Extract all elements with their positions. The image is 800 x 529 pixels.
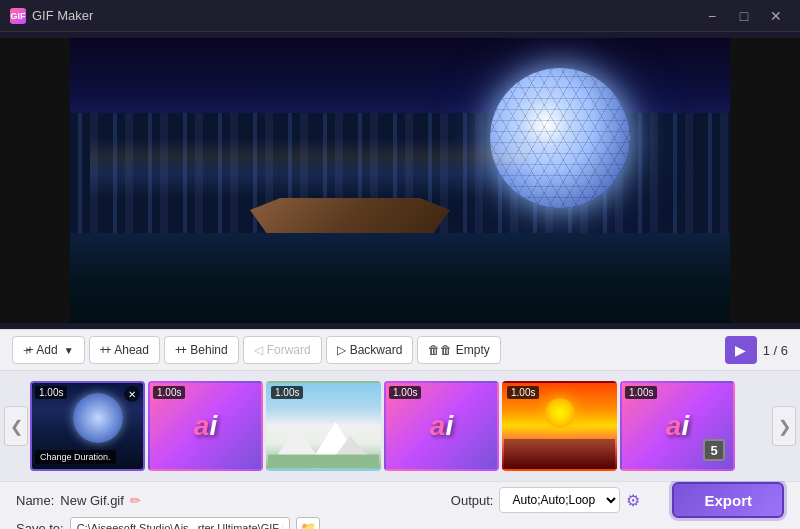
- frame-item[interactable]: 1.00s: [502, 381, 617, 471]
- boat-shape: [250, 198, 450, 238]
- play-icon: ▶: [735, 342, 746, 358]
- change-duration-button[interactable]: Change Duration.: [35, 450, 116, 464]
- frame-item[interactable]: 1.00s ✕ Change Duration.: [30, 381, 145, 471]
- bottom-row-2: Save to: 📁: [16, 516, 784, 529]
- trash-icon: 🗑: [428, 343, 440, 357]
- gear-icon[interactable]: ⚙: [626, 491, 640, 510]
- nav-controls: ▶ 1 / 6: [725, 336, 788, 364]
- timeline: ❮ 1.00s ✕ Change Duration. 1.00s ai 1.00…: [0, 371, 800, 481]
- bottom-row-1: Name: New Gif.gif ✏ Output: Auto;Auto;Lo…: [16, 488, 784, 512]
- name-label: Name:: [16, 493, 54, 508]
- mountain-svg: [268, 417, 379, 469]
- timeline-prev-button[interactable]: ❮: [4, 406, 28, 446]
- app-icon: GIF: [10, 8, 26, 24]
- play-button[interactable]: ▶: [725, 336, 757, 364]
- name-value: New Gif.gif: [60, 493, 124, 508]
- name-field-group: Name: New Gif.gif ✏: [16, 493, 141, 508]
- save-to-label: Save to:: [16, 521, 64, 530]
- ai-logo: ai: [386, 383, 497, 469]
- frame-item[interactable]: 1.00s: [266, 381, 381, 471]
- toolbar: + + Add ▼ + + Ahead + + Behind ◁ Forward…: [0, 329, 800, 371]
- app-title: GIF Maker: [32, 8, 93, 23]
- title-bar: GIF GIF Maker − □ ✕: [0, 0, 800, 32]
- dropdown-arrow-icon: ▼: [64, 345, 74, 356]
- ahead-button[interactable]: + + Ahead: [89, 336, 160, 364]
- preview-image: [70, 38, 730, 323]
- ai-logo: ai: [150, 383, 261, 469]
- maximize-button[interactable]: □: [730, 5, 758, 27]
- frame-count-badge: 5: [703, 439, 725, 461]
- save-path-input[interactable]: [70, 517, 290, 529]
- output-field-group: Output: Auto;Auto;Loop ⚙: [451, 487, 641, 513]
- forward-button[interactable]: ◁ Forward: [243, 336, 322, 364]
- edit-icon[interactable]: ✏: [130, 493, 141, 508]
- frame-close-button[interactable]: ✕: [124, 386, 140, 402]
- empty-button[interactable]: 🗑 🗑 Empty: [417, 336, 500, 364]
- minimize-button[interactable]: −: [698, 5, 726, 27]
- frame-duration: 1.00s: [271, 386, 303, 399]
- output-select[interactable]: Auto;Auto;Loop: [499, 487, 620, 513]
- window-controls: − □ ✕: [698, 5, 790, 27]
- forward-icon: ◁: [254, 343, 263, 357]
- preview-area: [0, 32, 800, 329]
- frame-item[interactable]: 1.00s ai: [148, 381, 263, 471]
- chevron-right-icon: ❯: [778, 417, 791, 436]
- water-reflection: [70, 233, 730, 323]
- export-button[interactable]: Export: [672, 482, 784, 518]
- title-bar-left: GIF GIF Maker: [10, 8, 93, 24]
- output-label: Output:: [451, 493, 494, 508]
- chevron-left-icon: ❮: [10, 417, 23, 436]
- frame-duration: 1.00s: [507, 386, 539, 399]
- backward-button[interactable]: ▷ Backward: [326, 336, 414, 364]
- timeline-next-button[interactable]: ❯: [772, 406, 796, 446]
- folder-icon: 📁: [300, 521, 316, 530]
- backward-icon: ▷: [337, 343, 346, 357]
- add-button[interactable]: + + Add ▼: [12, 336, 85, 364]
- save-to-field-group: Save to: 📁: [16, 517, 320, 529]
- page-indicator: 1 / 6: [763, 343, 788, 358]
- side-panel-left: [0, 38, 70, 323]
- browse-folder-button[interactable]: 📁: [296, 517, 320, 529]
- city-lights: [90, 138, 530, 198]
- timeline-items: 1.00s ✕ Change Duration. 1.00s ai 1.00s: [30, 381, 770, 471]
- bottom-panel: Name: New Gif.gif ✏ Output: Auto;Auto;Lo…: [0, 481, 800, 529]
- svg-rect-3: [268, 455, 379, 469]
- close-button[interactable]: ✕: [762, 5, 790, 27]
- frame-duration: 1.00s: [35, 386, 67, 399]
- frame-item[interactable]: 1.00s ai 5: [620, 381, 735, 471]
- behind-button[interactable]: + + Behind: [164, 336, 239, 364]
- frame-item[interactable]: 1.00s ai: [384, 381, 499, 471]
- side-panel-right: [730, 38, 800, 323]
